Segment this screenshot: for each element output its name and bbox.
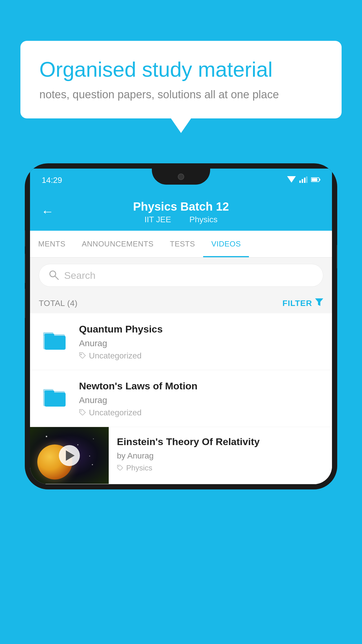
tag-icon-2 [79, 408, 86, 417]
svg-rect-3 [304, 178, 305, 183]
svg-point-15 [80, 354, 82, 355]
speech-bubble: Organised study material notes, question… [20, 41, 342, 118]
svg-rect-1 [299, 181, 301, 183]
volume-silent-button [25, 230, 25, 246]
back-button[interactable]: ← [41, 204, 54, 219]
video-info-3: Einstein's Theory Of Relativity by Anura… [109, 427, 332, 480]
svg-rect-7 [312, 178, 317, 181]
tag-icon-3 [117, 463, 123, 473]
list-item[interactable]: Quantum Physics Anurag Uncategorized [30, 313, 332, 370]
search-placeholder: Search [64, 270, 96, 281]
svg-point-21 [118, 466, 120, 467]
filter-label: FILTER [282, 299, 312, 308]
tab-tests[interactable]: TESTS [162, 231, 203, 257]
video-tag-1: Uncategorized [79, 351, 323, 360]
video-thumbnail-3 [30, 427, 109, 484]
svg-point-20 [80, 410, 82, 412]
video-author-1: Anurag [79, 338, 323, 348]
svg-rect-18 [45, 393, 66, 407]
video-thumb-2 [39, 379, 71, 412]
total-count: TOTAL (4) [39, 299, 78, 308]
front-camera [178, 174, 184, 180]
power-button [337, 245, 337, 268]
volume-up-button [25, 254, 25, 283]
svg-rect-6 [319, 179, 320, 181]
svg-rect-2 [302, 179, 303, 183]
filter-row: TOTAL (4) FILTER [30, 293, 332, 313]
list-item[interactable]: Newton's Laws of Motion Anurag Uncategor… [30, 370, 332, 427]
svg-rect-19 [45, 391, 54, 394]
svg-marker-0 [287, 176, 296, 183]
speech-bubble-container: Organised study material notes, question… [20, 41, 342, 118]
video-info-1: Quantum Physics Anurag Uncategorized [79, 323, 323, 360]
list-item[interactable]: Einstein's Theory Of Relativity by Anura… [30, 427, 332, 484]
tabs-container: MENTS ANNOUNCEMENTS TESTS VIDEOS [30, 231, 332, 258]
svg-marker-10 [315, 298, 323, 306]
video-title-2: Newton's Laws of Motion [79, 379, 323, 392]
subtitle-iit: IIT JEE [145, 215, 171, 224]
volume-down-button [25, 289, 25, 318]
video-list: Quantum Physics Anurag Uncategorized [30, 313, 332, 484]
bubble-title: Organised study material [39, 57, 323, 82]
status-bar: 14:29 [30, 169, 332, 192]
status-time: 14:29 [42, 176, 62, 185]
video-tag-2: Uncategorized [79, 408, 323, 417]
phone-screen: ← Physics Batch 12 IIT JEE Physics MENTS… [30, 192, 332, 484]
tag-text-1: Uncategorized [89, 351, 142, 360]
tab-announcements[interactable]: ANNOUNCEMENTS [74, 231, 162, 257]
tag-text-3: Physics [126, 463, 152, 473]
svg-rect-4 [306, 176, 307, 183]
tag-text-2: Uncategorized [89, 408, 142, 417]
svg-rect-13 [45, 336, 66, 350]
phone-outer: 14:29 [25, 163, 337, 489]
phone-notch [152, 169, 210, 185]
subtitle-physics: Physics [189, 215, 217, 224]
video-info-2: Newton's Laws of Motion Anurag Uncategor… [79, 379, 323, 417]
bubble-subtitle: notes, question papers, solutions all at… [39, 88, 323, 101]
play-button-3[interactable] [59, 445, 80, 466]
tab-videos[interactable]: VIDEOS [203, 231, 249, 257]
filter-button[interactable]: FILTER [282, 298, 323, 308]
signal-icon [299, 176, 307, 184]
search-container: Search [30, 258, 332, 293]
app-header: ← Physics Batch 12 IIT JEE Physics [30, 192, 332, 231]
tag-icon-1 [79, 351, 86, 360]
video-author-3: by Anurag [117, 451, 324, 461]
header-title: Physics Batch 12 [42, 200, 320, 213]
video-title-3: Einstein's Theory Of Relativity [117, 435, 324, 448]
status-icons [287, 176, 320, 184]
battery-icon [311, 177, 320, 183]
svg-rect-14 [45, 334, 54, 337]
search-icon [48, 270, 59, 281]
wifi-icon [287, 176, 296, 184]
search-bar[interactable]: Search [39, 264, 323, 287]
header-subtitle: IIT JEE Physics [42, 215, 320, 224]
svg-line-9 [55, 276, 58, 279]
video-author-2: Anurag [79, 395, 323, 405]
tab-ments[interactable]: MENTS [30, 231, 74, 257]
phone-container: 14:29 [25, 163, 337, 644]
video-thumb-1 [39, 323, 71, 355]
video-tag-3: Physics [117, 463, 324, 473]
filter-icon [315, 298, 323, 308]
play-triangle-icon [66, 450, 75, 461]
video-title-1: Quantum Physics [79, 323, 323, 335]
